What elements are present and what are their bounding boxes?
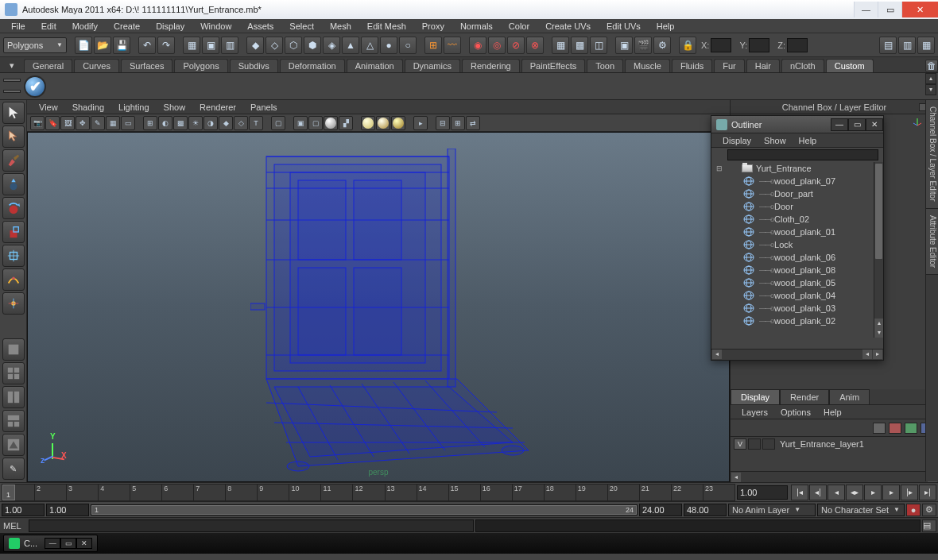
- viewport-3d[interactable]: YXz persp: [27, 132, 730, 482]
- universal-manip-tool[interactable]: [2, 245, 25, 267]
- outliner-minimize-button[interactable]: —: [831, 118, 848, 131]
- mask-button-6[interactable]: ▲: [342, 37, 359, 54]
- redo-button[interactable]: ↷: [157, 37, 175, 54]
- menu-mesh[interactable]: Mesh: [322, 21, 359, 31]
- play-button[interactable]: ▸: [864, 485, 882, 500]
- mask-button-5[interactable]: ◈: [323, 37, 340, 54]
- range-slider[interactable]: 1 24: [91, 504, 638, 516]
- menu-select[interactable]: Select: [281, 21, 322, 31]
- arrow-left2-icon[interactable]: ◂: [862, 350, 872, 359]
- menu-proxy[interactable]: Proxy: [414, 21, 452, 31]
- view-collapse-button[interactable]: ⊟: [436, 116, 450, 130]
- menu-editmesh[interactable]: Edit Mesh: [359, 21, 414, 31]
- layout-four-button[interactable]: [2, 362, 25, 384]
- render-view-button[interactable]: 🎬: [634, 37, 652, 54]
- go-start-button[interactable]: |◂: [791, 485, 808, 500]
- sel-object-button[interactable]: ▣: [202, 37, 219, 54]
- shelf-tab-animation[interactable]: Animation: [347, 59, 403, 72]
- shelf-tab-custom[interactable]: Custom: [826, 59, 874, 72]
- new-scene-button[interactable]: 📄: [75, 37, 92, 54]
- layout-three-button[interactable]: [2, 410, 25, 432]
- taskbar-max-button[interactable]: ▭: [60, 538, 76, 549]
- shelf-tab-ncloth[interactable]: nCloth: [781, 59, 824, 72]
- shelf-tab-surfaces[interactable]: Surfaces: [121, 59, 172, 72]
- view-textured-button[interactable]: ▩: [173, 116, 188, 130]
- layout-two-h-button[interactable]: [2, 386, 25, 408]
- shelf-tab-muscle[interactable]: Muscle: [625, 59, 670, 72]
- play-back-button[interactable]: ◂▸: [846, 485, 863, 500]
- view-teapot-button[interactable]: [324, 116, 338, 130]
- shelf-tab-hair[interactable]: Hair: [746, 59, 780, 72]
- history-button-3[interactable]: ⊘: [507, 37, 525, 54]
- menu-normals[interactable]: Normals: [452, 21, 501, 31]
- sel-hierarchy-button[interactable]: ▦: [183, 37, 200, 54]
- outliner-item[interactable]: ——oCloth_02: [711, 213, 883, 226]
- outliner-vscroll[interactable]: ▴ ▾: [874, 162, 883, 338]
- layout-persp-button[interactable]: [2, 434, 25, 456]
- command-input[interactable]: [29, 519, 474, 532]
- menu-create[interactable]: Create: [106, 21, 148, 31]
- arrow-right-icon[interactable]: ▸: [873, 350, 882, 359]
- render-globals-button[interactable]: ⚙: [653, 37, 671, 54]
- taskbar-min-button[interactable]: —: [45, 538, 60, 549]
- outliner-menu-help[interactable]: Help: [793, 136, 824, 145]
- mask-button-2[interactable]: ◇: [266, 37, 283, 54]
- character-set-selector[interactable]: No Character Set▼: [817, 504, 905, 516]
- layer-new-selected-icon[interactable]: [889, 423, 901, 434]
- ipr-button[interactable]: ▣: [615, 37, 633, 54]
- shelf-tab-general[interactable]: General: [24, 59, 72, 72]
- menu-edituvs[interactable]: Edit UVs: [599, 21, 649, 31]
- menu-modify[interactable]: Modify: [64, 21, 106, 31]
- render-button-1[interactable]: ▦: [552, 37, 569, 54]
- coord-y-input[interactable]: [749, 38, 769, 52]
- view-2d-pan-button[interactable]: ✥: [76, 116, 90, 130]
- prefs-button[interactable]: ⚙: [922, 504, 936, 516]
- outliner-item[interactable]: ——owood_plank_02: [711, 315, 883, 327]
- step-back-button[interactable]: ◂: [828, 485, 845, 500]
- outliner-item[interactable]: ——oDoor_part: [711, 187, 883, 200]
- menu-assets[interactable]: Assets: [239, 21, 281, 31]
- view-res-gate-button[interactable]: ▢: [308, 116, 323, 130]
- step-back-key-button[interactable]: ◂|: [809, 485, 827, 500]
- outliner-item[interactable]: ——oLock: [711, 238, 883, 251]
- outliner-item[interactable]: ——owood_plank_03: [711, 302, 883, 315]
- menu-help[interactable]: Help: [649, 21, 683, 31]
- view-grease-button[interactable]: ✎: [91, 116, 105, 130]
- anim-layer-selector[interactable]: No Anim Layer▼: [728, 504, 816, 516]
- menu-window[interactable]: Window: [192, 21, 239, 31]
- view-isolate-button[interactable]: T: [249, 116, 263, 130]
- range-thumb[interactable]: 1 24: [91, 505, 637, 515]
- autokey-button[interactable]: ●: [906, 504, 921, 516]
- mask-button-1[interactable]: ◆: [246, 37, 264, 54]
- viewport-menu-view[interactable]: View: [32, 102, 65, 112]
- view-xray-button[interactable]: ◇: [234, 116, 248, 130]
- shelf-tab-curves[interactable]: Curves: [74, 59, 119, 72]
- view-share-button[interactable]: ⇄: [466, 116, 480, 130]
- outliner-search-input[interactable]: [727, 149, 878, 160]
- time-end-field[interactable]: 1.00: [737, 485, 788, 500]
- layout-button-3[interactable]: ▦: [917, 37, 935, 54]
- viewport-menu-shading[interactable]: Shading: [65, 102, 111, 112]
- arrow-up-icon[interactable]: ▴: [874, 319, 883, 328]
- outliner-tree[interactable]: ⊟ Yurt_Entrance ——owood_plank_07——oDoor_…: [711, 162, 883, 349]
- view-lights-button[interactable]: ☀: [188, 116, 203, 130]
- menu-display[interactable]: Display: [148, 21, 192, 31]
- outliner-item[interactable]: ——owood_plank_05: [711, 276, 883, 289]
- side-tab-attribute-editor[interactable]: Attribute Editor: [926, 209, 938, 275]
- script-editor-button[interactable]: ▤: [922, 519, 936, 532]
- outliner-maximize-button[interactable]: ▭: [848, 118, 866, 131]
- range-start-in-field[interactable]: 1.00: [46, 504, 89, 516]
- select-tool[interactable]: [2, 102, 25, 124]
- shelf-tab-fur[interactable]: Fur: [714, 59, 745, 72]
- layer-new-empty-icon[interactable]: [873, 423, 886, 434]
- layer-tab-anim[interactable]: Anim: [829, 389, 870, 404]
- layout-script-button[interactable]: ✎: [2, 458, 25, 480]
- view-wireframe-button[interactable]: ⊞: [143, 116, 157, 130]
- layer-hscroll[interactable]: ◂ ▸: [731, 471, 938, 482]
- paint-select-tool[interactable]: [2, 149, 25, 172]
- outliner-item[interactable]: ——owood_plank_08: [711, 264, 883, 276]
- shelf-tab-fluids[interactable]: Fluids: [672, 59, 712, 72]
- mask-button-7[interactable]: △: [361, 37, 378, 54]
- shelf-tab-subdivs[interactable]: Subdivs: [230, 59, 278, 72]
- shelf-menu-icon[interactable]: ▾: [3, 58, 21, 72]
